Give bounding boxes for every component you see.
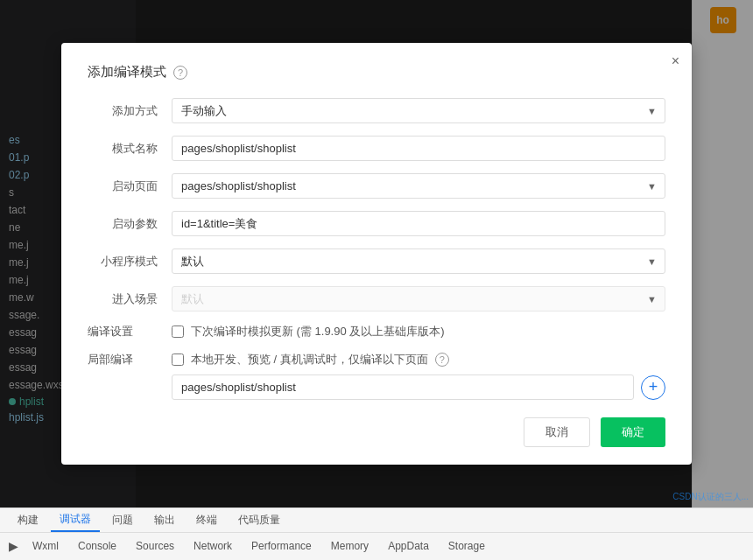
enter-scene-field: 默认 ▼ bbox=[172, 286, 665, 312]
tab-debugger[interactable]: 调试器 bbox=[51, 508, 100, 532]
mini-mode-row: 小程序模式 默认 正常模式 插件模式 ▼ bbox=[88, 248, 665, 274]
tab-memory[interactable]: Memory bbox=[322, 536, 377, 556]
enter-scene-row: 进入场景 默认 ▼ bbox=[88, 286, 665, 312]
start-params-row: 启动参数 bbox=[88, 211, 665, 236]
mini-mode-select[interactable]: 默认 正常模式 插件模式 bbox=[172, 248, 665, 274]
tab-code-quality[interactable]: 代码质量 bbox=[229, 509, 289, 531]
confirm-button[interactable]: 确定 bbox=[601, 417, 665, 447]
devtools-top-tabs: 构建 调试器 问题 输出 终端 代码质量 bbox=[0, 508, 753, 533]
tab-terminal[interactable]: 终端 bbox=[187, 509, 226, 531]
cursor-icon[interactable]: ▶ bbox=[4, 537, 22, 555]
start-page-label: 启动页面 bbox=[88, 178, 158, 194]
mode-name-input[interactable] bbox=[172, 136, 665, 161]
mode-name-row: 模式名称 bbox=[88, 136, 665, 161]
mini-mode-select-wrapper: 默认 正常模式 插件模式 ▼ bbox=[172, 248, 665, 274]
local-compile-label-offset: 局部编译 bbox=[88, 352, 172, 368]
tab-storage[interactable]: Storage bbox=[440, 536, 494, 556]
tab-console[interactable]: Console bbox=[69, 536, 125, 556]
local-compile-checkbox[interactable] bbox=[172, 354, 184, 366]
tab-wxml[interactable]: Wxml bbox=[24, 536, 67, 556]
local-compile-checkbox-item: 本地开发、预览 / 真机调试时，仅编译以下页面 ? bbox=[172, 352, 665, 368]
local-compile-page-input[interactable] bbox=[172, 374, 634, 400]
dialog-title-bar: 添加编译模式 ? bbox=[88, 64, 665, 80]
devtools-panel: 构建 调试器 问题 输出 终端 代码质量 ▶ Wxml Console Sour… bbox=[0, 508, 753, 560]
title-help-icon[interactable]: ? bbox=[173, 66, 187, 80]
local-compile-input-row: + bbox=[172, 374, 665, 400]
compile-settings-row: 编译设置 下次编译时模拟更新 (需 1.9.90 及以上基础库版本) bbox=[88, 324, 665, 340]
add-method-field: 手动输入 扫码输入 ▼ bbox=[172, 98, 665, 123]
tab-issues[interactable]: 问题 bbox=[103, 509, 142, 531]
devtools-bottom-tabs: ▶ Wxml Console Sources Network Performan… bbox=[0, 533, 753, 559]
local-compile-row: 局部编译 本地开发、预览 / 真机调试时，仅编译以下页面 ? + bbox=[88, 352, 665, 400]
enter-scene-label: 进入场景 bbox=[88, 291, 158, 307]
tab-appdata[interactable]: AppData bbox=[379, 536, 438, 556]
add-method-label: 添加方式 bbox=[88, 103, 158, 119]
start-params-field bbox=[172, 211, 665, 236]
compile-settings-checkbox-item: 下次编译时模拟更新 (需 1.9.90 及以上基础库版本) bbox=[172, 324, 445, 340]
compile-settings-label: 编译设置 bbox=[88, 324, 172, 340]
mini-mode-label: 小程序模式 bbox=[88, 254, 158, 270]
enter-scene-select-wrapper: 默认 ▼ bbox=[172, 286, 665, 312]
close-button[interactable]: × bbox=[672, 53, 679, 69]
dialog-footer: 取消 确定 bbox=[88, 417, 665, 447]
tab-build[interactable]: 构建 bbox=[9, 509, 47, 531]
dialog-title-text: 添加编译模式 bbox=[88, 64, 166, 80]
tab-network[interactable]: Network bbox=[185, 536, 241, 556]
local-compile-content: 本地开发、预览 / 真机调试时，仅编译以下页面 ? + bbox=[172, 352, 665, 400]
cancel-button[interactable]: 取消 bbox=[524, 417, 590, 447]
mode-name-field bbox=[172, 136, 665, 161]
tab-sources[interactable]: Sources bbox=[127, 536, 183, 556]
add-page-button[interactable]: + bbox=[641, 375, 665, 400]
tab-performance[interactable]: Performance bbox=[243, 536, 320, 556]
start-page-row: 启动页面 pages/shoplist/shoplist ▼ bbox=[88, 173, 665, 199]
start-page-select[interactable]: pages/shoplist/shoplist bbox=[172, 173, 665, 199]
tab-output[interactable]: 输出 bbox=[145, 509, 184, 531]
compile-settings-checkbox-label: 下次编译时模拟更新 (需 1.9.90 及以上基础库版本) bbox=[191, 324, 445, 340]
start-params-input[interactable] bbox=[172, 211, 665, 236]
start-page-select-wrapper: pages/shoplist/shoplist ▼ bbox=[172, 173, 665, 199]
add-method-select-wrapper: 手动输入 扫码输入 ▼ bbox=[172, 98, 665, 123]
watermark: CSDN认证的三人... bbox=[672, 491, 749, 503]
mode-name-label: 模式名称 bbox=[88, 141, 158, 157]
local-compile-help-icon[interactable]: ? bbox=[435, 353, 449, 367]
modal-overlay: 添加编译模式 ? × 添加方式 手动输入 扫码输入 ▼ 模式名称 bbox=[0, 0, 753, 508]
start-params-label: 启动参数 bbox=[88, 216, 158, 232]
add-compile-mode-dialog: 添加编译模式 ? × 添加方式 手动输入 扫码输入 ▼ 模式名称 bbox=[61, 43, 692, 465]
add-method-select[interactable]: 手动输入 扫码输入 bbox=[172, 98, 665, 123]
enter-scene-select[interactable]: 默认 bbox=[172, 286, 665, 312]
local-compile-checkbox-label: 本地开发、预览 / 真机调试时，仅编译以下页面 bbox=[191, 352, 428, 368]
compile-settings-checkbox[interactable] bbox=[172, 326, 184, 338]
add-method-row: 添加方式 手动输入 扫码输入 ▼ bbox=[88, 98, 665, 123]
mini-mode-field: 默认 正常模式 插件模式 ▼ bbox=[172, 248, 665, 274]
start-page-field: pages/shoplist/shoplist ▼ bbox=[172, 173, 665, 199]
